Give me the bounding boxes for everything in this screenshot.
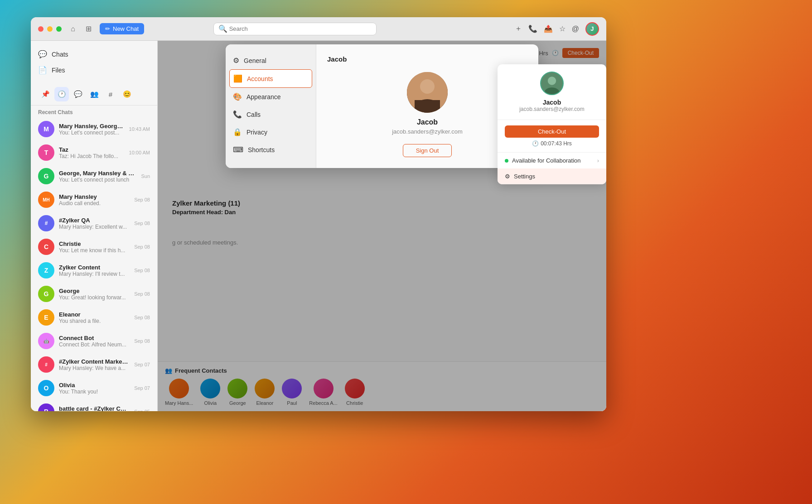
settings-item-calls[interactable]: 📞 Calls [226, 106, 316, 123]
avatar: # [38, 215, 54, 231]
profile-dropdown: Jacob jacob.sanders@zylker.com Check-Out… [498, 64, 606, 184]
chat-time: 10:43 AM [129, 126, 150, 132]
avatar: 🤖 [38, 333, 54, 349]
search-input[interactable] [229, 25, 372, 32]
user-avatar-button[interactable]: J [585, 22, 599, 36]
chat-time: Sep 08 [134, 338, 150, 344]
sidebar-icon[interactable]: ⊞ [84, 25, 92, 33]
chat-info: Taz Taz: Hi Jacob The follo... [59, 146, 125, 159]
sidebar-item-chats[interactable]: 💬 Chats [31, 46, 157, 62]
avatar: G [38, 168, 54, 184]
privacy-label: Privacy [246, 129, 267, 136]
list-item[interactable]: O Olivia You: Thank you! Sep 07 [31, 376, 157, 400]
avatar: M [38, 121, 54, 137]
list-item[interactable]: M Mary Hansley, George & Jacob You: Let'… [31, 117, 157, 141]
chat-time: Sep 07 [134, 362, 150, 367]
accounts-label: Accounts [247, 75, 273, 82]
general-icon: ⚙ [233, 56, 239, 65]
settings-item-general[interactable]: ⚙ General [226, 52, 316, 69]
accounts-icon: 🟧 [233, 74, 242, 83]
list-item[interactable]: C Christie You: Let me know if this h...… [31, 235, 157, 259]
list-item[interactable]: 🤖 Connect Bot Connect Bot: Alfred Neum..… [31, 329, 157, 353]
chat-name: Mary Hansley, George & Jacob [59, 123, 125, 130]
chat-time: Sep 08 [134, 197, 150, 202]
list-item[interactable]: T Taz Taz: Hi Jacob The follo... 10:00 A… [31, 141, 157, 164]
search-bar[interactable]: 🔍 [213, 23, 377, 35]
chat-info: Mary Hansley, George & Jacob You: Let's … [59, 123, 125, 136]
pin-section-btn[interactable]: 📌 [38, 87, 53, 101]
emoji-section-btn[interactable]: 😊 [120, 87, 134, 101]
list-item[interactable]: G George You: Great! looking forwar... S… [31, 282, 157, 306]
chat-info: #Zylker QA Mary Hansley: Excellent w... [59, 217, 130, 230]
people-section-btn[interactable]: 👥 [87, 87, 102, 101]
home-icon[interactable]: ⌂ [69, 25, 77, 33]
chat-time: Sep 07 [134, 385, 150, 391]
title-bar: ⌂ ⊞ ✏ New Chat 🔍 ＋ 📞 📤 ☆ @ J [31, 17, 606, 41]
shortcuts-icon: ⌨ [233, 145, 243, 154]
avatar: # [38, 356, 54, 373]
chat-time: Sep 08 [134, 221, 150, 226]
collab-status-dot [505, 159, 508, 163]
pd-name: Jacob [543, 99, 561, 106]
list-item[interactable]: E Eleanor You shared a file. Sep 08 [31, 306, 157, 329]
list-item[interactable]: # #Zylker QA Mary Hansley: Excellent w..… [31, 211, 157, 235]
phone-icon[interactable]: 📞 [528, 24, 537, 33]
list-item[interactable]: # #Zylker Content Marketing Dep... Mary … [31, 353, 157, 376]
chat-name: Zylker Content [59, 264, 130, 271]
list-item[interactable]: B battle card - #Zylker Content M... Mar… [31, 400, 157, 411]
chat-name: Eleanor [59, 311, 130, 318]
settings-item-privacy[interactable]: 🔒 Privacy [226, 123, 316, 141]
avatar: G [38, 286, 54, 302]
settings-sidebar: ⚙ General 🟧 Accounts 🎨 Appearance 📞 [226, 44, 316, 168]
chat-preview: You: Let's connect post lunch [59, 177, 136, 183]
recent-chats-label: Recent Chats [31, 106, 157, 117]
pd-checkout-button[interactable]: Check-Out [505, 125, 599, 138]
chat-info: Zylker Content Mary Hansley: I'll review… [59, 264, 130, 277]
chat-preview: Taz: Hi Jacob The follo... [59, 153, 125, 159]
chat-name: Christie [59, 240, 130, 247]
chat-info: #Zylker Content Marketing Dep... Mary Ha… [59, 358, 130, 371]
plus-icon[interactable]: ＋ [515, 24, 522, 34]
chat-list[interactable]: M Mary Hansley, George & Jacob You: Let'… [31, 117, 157, 411]
minimize-button[interactable] [47, 26, 53, 32]
sidebar: 💬 Chats 📄 Files 📌 🕐 💬 👥 # 😊 Recent Chats [31, 41, 158, 411]
chats-label: Chats [52, 51, 68, 58]
sign-out-button[interactable]: Sign Out [403, 144, 452, 157]
pd-email: jacob.sanders@zylker.com [519, 106, 585, 112]
at-icon[interactable]: @ [572, 25, 579, 33]
hash-section-btn[interactable]: # [103, 87, 118, 101]
star-icon[interactable]: ☆ [559, 24, 566, 33]
pd-settings-item[interactable]: ⚙ Settings [498, 168, 606, 184]
appearance-label: Appearance [246, 93, 281, 101]
chat-preview: You: Let me know if this h... [59, 247, 130, 254]
list-item[interactable]: MH Mary Hansley Audio call ended. Sep 08 [31, 188, 157, 211]
settings-item-shortcuts[interactable]: ⌨ Shortcuts [226, 141, 316, 158]
files-label: Files [52, 67, 65, 74]
chat-time: 10:00 AM [129, 150, 150, 155]
recent-section-btn[interactable]: 🕐 [54, 87, 69, 101]
chat-time: Sep 08 [134, 315, 150, 320]
new-chat-button[interactable]: ✏ New Chat [100, 23, 144, 34]
pd-availability-item[interactable]: Available for Collaboration › [498, 153, 606, 168]
chat-info: Olivia You: Thank you! [59, 382, 130, 395]
chat-name: Connect Bot [59, 335, 130, 341]
settings-item-accounts[interactable]: 🟧 Accounts [229, 69, 312, 88]
chat-section-btn[interactable]: 💬 [71, 87, 85, 101]
pd-avatar [540, 72, 564, 95]
files-icon: 📄 [38, 66, 47, 74]
sidebar-item-files[interactable]: 📄 Files [31, 62, 157, 78]
upload-icon[interactable]: 📤 [544, 24, 553, 33]
chat-name: Taz [59, 146, 125, 153]
avatar: O [38, 380, 54, 396]
close-button[interactable] [38, 26, 44, 32]
maximize-button[interactable] [56, 26, 62, 32]
list-item[interactable]: Z Zylker Content Mary Hansley: I'll revi… [31, 259, 157, 282]
sidebar-sections: 📌 🕐 💬 👥 # 😊 [31, 83, 157, 106]
chat-time: Sep 08 [134, 268, 150, 273]
list-item[interactable]: G George, Mary Hansley & Jacob You: Let'… [31, 164, 157, 188]
search-icon: 🔍 [218, 24, 227, 33]
settings-gear-icon: ⚙ [505, 173, 510, 180]
chat-info: George You: Great! looking forwar... [59, 288, 130, 301]
avatar: C [38, 239, 54, 255]
settings-item-appearance[interactable]: 🎨 Appearance [226, 88, 316, 106]
